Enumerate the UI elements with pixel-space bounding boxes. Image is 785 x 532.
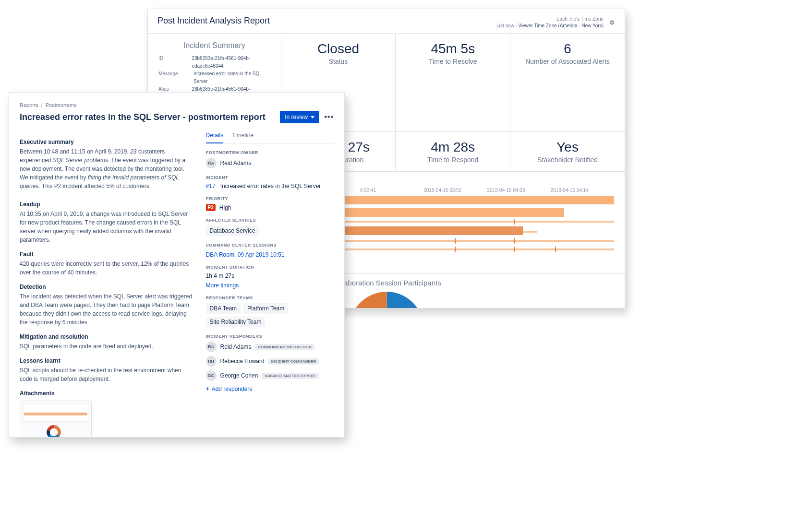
responder-role-badge: SUBJECT MATTER EXPERT: [262, 373, 319, 379]
attachments-heading: Attachments: [20, 390, 193, 397]
timeline-marker: [455, 247, 456, 252]
detection-text: The incident was detected when the SQL S…: [20, 292, 193, 327]
incident-label: INCIDENT: [206, 175, 334, 180]
responder-name: Reid Adams: [220, 343, 252, 350]
more-timings-link[interactable]: More timings: [206, 282, 239, 289]
review-status-label: In review: [285, 114, 308, 120]
gear-icon[interactable]: [608, 19, 615, 26]
chevron-down-icon: [311, 116, 314, 118]
responder-row: GC George Cohen SUBJECT MATTER EXPERT: [206, 370, 334, 381]
tab-details[interactable]: Details: [206, 132, 224, 143]
timeline-marker: [514, 238, 515, 244]
responder-row: RH Rebecca Howard INCIDENT COMMANDER: [206, 356, 334, 366]
plus-icon: +: [206, 386, 209, 392]
stat-big: 4m 28s: [406, 140, 499, 155]
exec-summary-text: Between 10:48 and 11:15 on April 9, 2019…: [20, 147, 193, 190]
summary-kv: ID23b8283e-21fb-4561-904b-edadc6e46044: [158, 55, 270, 70]
teams-row: DBA TeamPlatform TeamSite Reliability Te…: [206, 303, 334, 327]
collab-donut-chart: Session 1: [348, 291, 425, 308]
stat-big: Closed: [292, 41, 385, 57]
breadcrumb-reports[interactable]: Reports: [20, 102, 38, 108]
session-link[interactable]: DBA Room, 09 Apr 2019 10:51: [206, 251, 285, 258]
pm-title-row: Increased error rates in the SQL Server …: [20, 111, 334, 123]
tz-line2-right: Viewer Time Zone (America - New York): [518, 23, 604, 28]
timeline-tick: 2018-04-16 04:14: [551, 188, 614, 193]
duration-label: INCIDENT DURATION: [206, 265, 334, 270]
priority-badge-icon: P2: [206, 204, 216, 211]
exec-summary-heading: Executive summary: [20, 139, 193, 145]
timeline-marker: [514, 219, 515, 225]
kv-val: Increased error rates in the SQL Server: [193, 70, 270, 85]
avatar: GC: [206, 370, 217, 381]
add-responders-label: Add responders: [212, 386, 253, 392]
priority-row: P2 High: [206, 204, 334, 211]
pm-right-column: Details Timeline POSTMORTEM OWNER RA Rei…: [206, 132, 334, 437]
owner-row: RA Reid Adams: [206, 158, 334, 168]
stat-respond: 4m 28s Time to Respond: [396, 132, 510, 171]
incident-link[interactable]: #17: [206, 183, 216, 189]
timeline-sub: [523, 231, 536, 233]
pm-left-column: Executive summary Between 10:48 and 11:1…: [20, 132, 193, 437]
responder-role-badge: INCIDENT COMMANDER: [268, 358, 319, 365]
responder-row: RA Reid Adams COMMUNICATIONS OFFICER: [206, 342, 334, 352]
avatar: RA: [206, 342, 217, 352]
affected-service-pill[interactable]: Database Service: [206, 225, 259, 236]
review-status-button[interactable]: In review: [280, 111, 319, 123]
timeline-tick: 2018-04-16 04:03: [487, 188, 551, 193]
thumb-bar-icon: [24, 413, 87, 415]
kv-val: 23b8283e-21fb-4561-904b-edadc6e46044: [192, 55, 270, 70]
responders-list: RA Reid Adams COMMUNICATIONS OFFICERRH R…: [206, 342, 334, 381]
summary-kv: MessageIncreased error rates in the SQL …: [158, 70, 270, 85]
page-title: Increased error rates in the SQL Server …: [20, 112, 266, 122]
analysis-title: Post Incident Analysis Report: [157, 16, 270, 26]
add-responders-button[interactable]: + Add responders: [206, 386, 334, 392]
responder-name: Rebecca Howard: [220, 358, 265, 365]
stat-alerts: 6 Number of Associated Alerts: [510, 34, 625, 131]
owner-name: Reid Adams: [220, 160, 252, 166]
responder-role-badge: COMMUNICATIONS OFFICER: [255, 344, 314, 350]
affected-label: AFFECTED SERVICES: [206, 218, 334, 223]
responder-name: George Cohen: [220, 372, 258, 379]
sessions-label: COMMAND CENTER SESSIONS: [206, 243, 334, 248]
responders-label: INCIDENT RESPONDERS: [206, 334, 334, 339]
incident-title: Increased error rates in the SQL Server: [220, 183, 321, 189]
lessons-heading: Lessons learnt: [20, 357, 193, 364]
priority-value: High: [219, 204, 231, 211]
leadup-text: At 10:35 on April 9, 2019, a change was …: [20, 210, 193, 244]
attachment-thumbnail[interactable]: [20, 401, 92, 437]
stat-label: Time to Resolve: [406, 58, 499, 65]
title-actions: In review •••: [280, 111, 334, 123]
team-pill[interactable]: Site Reliability Team: [206, 317, 266, 327]
lessons-text: SQL scripts should be re-checked in the …: [20, 366, 193, 383]
details-tabs: Details Timeline: [206, 132, 334, 143]
leadup-heading: Leadup: [20, 201, 193, 208]
postmortem-panel: Reports / Postmortems Increased error ra…: [9, 92, 345, 437]
incident-summary-heading: Incident Summary: [158, 41, 270, 50]
kv-key: Message: [158, 70, 193, 85]
stat-label: Stakeholder Notified: [521, 156, 614, 164]
pm-columns: Executive summary Between 10:48 and 11:1…: [20, 132, 334, 437]
breadcrumb: Reports / Postmortems: [20, 102, 334, 108]
more-menu-icon[interactable]: •••: [324, 113, 334, 121]
detection-heading: Detection: [20, 284, 193, 290]
timeline-marker: [555, 247, 556, 252]
team-pill[interactable]: DBA Team: [206, 303, 241, 314]
stat-label: Time to Respond: [406, 156, 499, 164]
kv-key: ID: [158, 55, 192, 70]
tab-timeline[interactable]: Timeline: [232, 132, 254, 143]
stat-label: Number of Associated Alerts: [521, 58, 614, 65]
fault-text: 420 queries were incorrectly sent to the…: [20, 260, 193, 277]
mitigation-text: SQL parameters in the code are fixed and…: [20, 342, 193, 351]
incident-row: #17 Increased error rates in the SQL Ser…: [206, 183, 334, 189]
tz-line2-left: just now: [496, 23, 514, 28]
donut-center-label: Session 1: [348, 291, 425, 308]
priority-label: PRIORITY: [206, 196, 334, 201]
stat-label: Status: [292, 58, 385, 65]
breadcrumb-postmortems[interactable]: Postmortems: [46, 102, 77, 108]
avatar: RH: [206, 356, 217, 366]
stat-big: 6: [521, 41, 614, 57]
team-pill[interactable]: Platform Team: [243, 303, 288, 314]
teams-label: RESPONDER TEAMS: [206, 296, 334, 300]
timeline-marker: [455, 238, 456, 244]
stat-resolve: 45m 5s Time to Resolve: [396, 34, 510, 131]
